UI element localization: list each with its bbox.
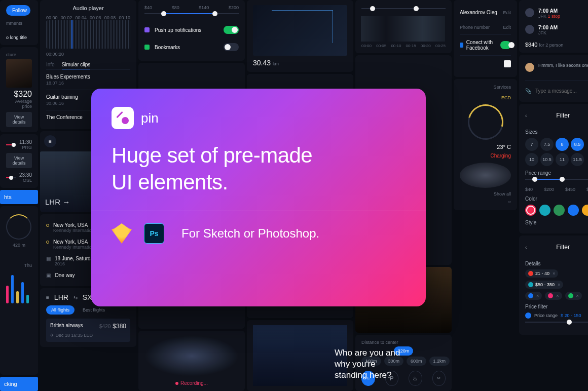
oneway[interactable]: One way (55, 272, 75, 278)
recording-indicator: Recording... (144, 380, 239, 386)
size-75[interactable]: 7.5 (540, 138, 554, 151)
audio-ticks: 00:0000:0200:0400:0600:0800:10 (46, 15, 130, 20)
badge-age[interactable]: 21 - 40× (525, 269, 558, 278)
plane-icon: ✈ (50, 333, 54, 338)
edit-phone[interactable]: Edit (503, 25, 511, 30)
back-icon[interactable]: ‹ (525, 245, 527, 250)
brand-name: pin (141, 110, 159, 126)
attach-icon[interactable]: 📎 (525, 88, 531, 94)
swap-icon[interactable]: ⇆ (74, 295, 78, 300)
oneway-icon: ▣ (46, 272, 51, 278)
dist-1200[interactable]: 1.2km (429, 357, 450, 366)
menu-icon[interactable]: ≡ (46, 295, 49, 300)
route-date[interactable]: 18 June, Saturday (55, 256, 96, 261)
avg-price: $320 (6, 90, 32, 99)
view-details-2[interactable]: View details (6, 153, 32, 168)
price-slider[interactable] (144, 13, 239, 14)
waveform[interactable] (46, 20, 130, 49)
audio-title: Audio player (46, 5, 130, 11)
push-label: Push up notifications (155, 27, 201, 33)
map[interactable] (253, 5, 347, 56)
pin-logo-icon (112, 107, 134, 129)
price-now: $380 (113, 323, 126, 330)
close-icon[interactable]: × (556, 293, 559, 298)
code-2: OSL (19, 178, 32, 183)
color-gold[interactable] (582, 205, 588, 216)
time-2: 23:30 (19, 172, 32, 178)
distance-label: Distance to center (361, 340, 446, 345)
cture-label: cture (6, 52, 32, 57)
ecd-label: ECD (501, 95, 511, 100)
services-label[interactable]: Services (493, 85, 511, 90)
bookmarks-toggle[interactable] (224, 43, 239, 51)
checkbox[interactable] (504, 60, 511, 67)
size-10[interactable]: 10 (525, 153, 538, 166)
wifi-icon[interactable]: ⌔ (432, 371, 446, 386)
size-105[interactable]: 10.5 (540, 153, 554, 166)
fb-toggle[interactable] (500, 41, 511, 49)
badge-u1[interactable]: × (525, 292, 542, 300)
all-flights-pill[interactable]: All flights (46, 305, 75, 315)
lhr-label: LHR → (45, 198, 70, 206)
wifi-icon: ⌔ (508, 200, 511, 205)
close-icon[interactable]: × (558, 282, 560, 287)
user-name: Alexandrov Oleg (460, 10, 497, 15)
color-teal[interactable] (539, 205, 550, 216)
color-green[interactable] (554, 205, 565, 216)
track-slider[interactable] (361, 8, 446, 9)
filter-title-2: Filter (532, 244, 588, 251)
price-amt: $840 (525, 42, 537, 48)
size-11[interactable]: 11 (556, 153, 569, 166)
close-icon[interactable]: × (553, 271, 555, 276)
size-7[interactable]: 7 (525, 138, 538, 151)
tab-simular[interactable]: Simular clips (62, 62, 91, 69)
best-flights-pill[interactable]: Best flights (78, 305, 110, 315)
push-toggle[interactable] (224, 26, 239, 34)
hts-button[interactable]: hts (0, 190, 38, 204)
color-blue[interactable] (568, 205, 579, 216)
menu-icon[interactable]: ≡ (44, 135, 56, 147)
photoshop-icon: Ps (144, 223, 164, 244)
divider (91, 211, 426, 211)
arch-image (6, 59, 32, 88)
badge-price[interactable]: $50 - 350× (525, 281, 563, 289)
size-115[interactable]: 11.5 (571, 153, 584, 166)
distance-km: 30.43 (253, 59, 271, 67)
follow-button[interactable]: Follow (6, 5, 30, 16)
hero-title-l2: UI elements. (112, 169, 406, 196)
chat-time-1: 7:00 AM (538, 8, 560, 14)
gauge (461, 98, 510, 146)
badge-u2[interactable]: × (545, 292, 562, 300)
avatar (525, 63, 534, 72)
color-pink[interactable] (525, 205, 536, 216)
close-icon[interactable]: × (536, 293, 539, 298)
avatar (525, 25, 534, 34)
size-8[interactable]: 8 (556, 138, 569, 151)
badge-u3[interactable]: × (565, 292, 582, 300)
close-icon[interactable]: × (576, 293, 579, 298)
showall[interactable]: Show all (494, 191, 511, 197)
size-85[interactable]: 8.5 (571, 138, 584, 151)
price-slider-3[interactable] (525, 322, 588, 323)
avg-price-label: Average price (6, 99, 32, 109)
chat-time-2: 7:00 AM (538, 25, 558, 30)
style-label: Style (525, 220, 588, 225)
clip-1[interactable]: Blues Experements (46, 74, 130, 80)
airline: British airways (50, 323, 83, 330)
charging: Charging (490, 153, 511, 159)
edit-name[interactable]: Edit (503, 10, 511, 15)
view-details-button[interactable]: View details (6, 112, 32, 127)
message-input[interactable] (535, 88, 588, 94)
fb-label: Conect with Facebook (466, 40, 500, 51)
time-1: 11:30 (19, 139, 32, 145)
price-filter-label: Price filter (525, 304, 588, 309)
waveform-2 (361, 16, 446, 42)
price-slider-2[interactable] (525, 179, 588, 180)
back-icon[interactable]: ‹ (525, 113, 527, 119)
sketch-icon (112, 223, 132, 244)
temp: 23° C (497, 144, 511, 150)
tab-info[interactable]: Info (46, 62, 55, 69)
chart-image (253, 325, 347, 386)
quote-block: Who are you and why you're standing here… (335, 347, 426, 381)
cking-button[interactable]: cking (0, 377, 38, 391)
